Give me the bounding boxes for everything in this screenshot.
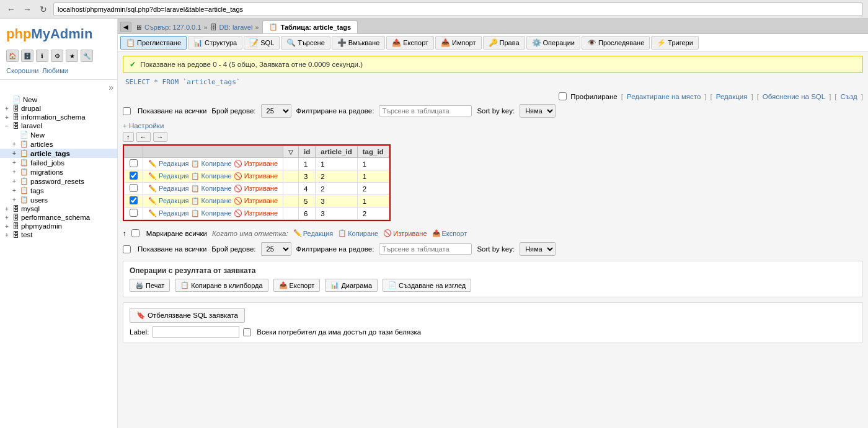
tab-prev-btn[interactable]: ◀ <box>120 22 131 32</box>
tree-item-phpmyadmin[interactable]: + 🗄 phpmyadmin <box>0 222 117 230</box>
arrow-right-btn[interactable]: → <box>153 132 167 142</box>
explain-sql-link[interactable]: Обяснение на SQL <box>763 93 825 100</box>
edit-row-link[interactable]: ✏️ Редакция <box>148 197 189 205</box>
nav-sql[interactable]: 📝 SQL <box>244 36 280 50</box>
nav-operations[interactable]: ⚙️ Операции <box>526 36 580 50</box>
tree-item-password-resets[interactable]: + 📋 password_resets <box>0 177 117 186</box>
settings-link[interactable]: + Настройки <box>123 122 164 129</box>
nav-import[interactable]: 📥 Импорт <box>435 36 481 50</box>
home-icon-btn[interactable]: 🏠 <box>6 50 19 62</box>
tree-item-tags[interactable]: + 📋 tags <box>0 186 117 195</box>
delete-row-link[interactable]: 🚫 Изтриване <box>234 209 278 217</box>
edit-row-link[interactable]: ✏️ Редакция <box>148 209 189 217</box>
nav-browse[interactable]: 📋 Преглистване <box>120 36 187 50</box>
show-all-checkbox-bottom[interactable] <box>123 245 131 253</box>
col-tag-id-header[interactable]: tag_id <box>357 146 389 158</box>
tree-item-articles[interactable]: + 📋 articles <box>0 139 117 149</box>
create-link[interactable]: Създ <box>841 93 857 100</box>
tree-item-test[interactable]: + 🗄 test <box>0 230 117 239</box>
tree-item-new-root[interactable]: 📄 New <box>0 95 117 104</box>
tree-item-performance-schema[interactable]: + 🗄 performance_schema <box>0 213 117 222</box>
nav-insert[interactable]: ➕ Вмъкване <box>332 36 386 50</box>
row-tag-id-cell: 2 <box>357 183 389 195</box>
reload-button[interactable]: ↻ <box>37 3 50 15</box>
favorites-link[interactable]: Любими <box>42 67 68 74</box>
filter-input[interactable] <box>379 105 472 116</box>
delete-checked-link[interactable]: 🚫 Изтриване <box>383 229 427 237</box>
row-checkbox[interactable] <box>130 209 138 217</box>
tab-article-tags[interactable]: 📋 Таблица: article_tags <box>262 20 358 33</box>
sort-select-bottom[interactable]: Няма <box>520 242 556 256</box>
sort-select[interactable]: Няма <box>520 104 556 118</box>
create-view-btn[interactable]: 📄 Създаване на изглед <box>383 279 471 292</box>
tree-item-users[interactable]: + 📋 users <box>0 195 117 204</box>
copy-row-link[interactable]: 📋 Копиране <box>191 172 232 180</box>
nav-structure[interactable]: 📊 Структура <box>188 36 242 50</box>
sql-query-link[interactable]: SELECT * FROM `article_tags` <box>125 78 240 86</box>
delete-row-link[interactable]: 🚫 Изтриване <box>234 172 278 180</box>
nav-privileges[interactable]: 🔑 Права <box>483 36 525 50</box>
edit-row-link[interactable]: ✏️ Редакция <box>148 160 189 168</box>
print-btn[interactable]: 🖨️ Печат <box>130 279 170 292</box>
edit-checked-link[interactable]: ✏️ Редакция <box>293 229 333 237</box>
nav-triggers[interactable]: ⚡ Тригери <box>651 36 699 50</box>
copy-row-link[interactable]: 📋 Копиране <box>191 197 232 205</box>
row-checkbox[interactable] <box>130 172 138 180</box>
bookmark-label-input[interactable] <box>153 326 239 338</box>
edit-inline-link[interactable]: Редактиране на място <box>627 93 701 100</box>
rows-select-bottom[interactable]: 25 50 100 <box>261 242 291 256</box>
tree-item-information-schema[interactable]: + 🗄 information_schema <box>0 113 117 121</box>
row-checkbox[interactable] <box>130 196 138 204</box>
col-article-id-header[interactable]: article_id <box>316 146 358 158</box>
tree-item-failed-jobs[interactable]: + 📋 failed_jobs <box>0 158 117 167</box>
star-icon-btn[interactable]: ★ <box>66 50 78 62</box>
tree-item-new-child[interactable]: 📄 New <box>0 130 117 139</box>
back-button[interactable]: ← <box>5 3 17 15</box>
delete-row-link[interactable]: 🚫 Изтриване <box>234 197 278 205</box>
recent-link[interactable]: Скорошни <box>6 67 38 74</box>
bookmark-btn[interactable]: 🔖 Отбелязване SQL заявката <box>130 308 245 323</box>
copy-checked-link[interactable]: 📋 Копиране <box>338 229 378 237</box>
arrow-left-btn[interactable]: ← <box>136 132 151 142</box>
check-all-bottom[interactable] <box>131 229 140 237</box>
profiling-checkbox[interactable] <box>559 92 567 100</box>
url-bar[interactable] <box>53 2 863 16</box>
gear-icon-btn[interactable]: 🔧 <box>81 50 93 62</box>
info-icon-btn[interactable]: ℹ <box>36 50 48 62</box>
tree-item-drupal[interactable]: + 🗄 drupal <box>0 104 117 113</box>
copy-row-link[interactable]: 📋 Копиране <box>191 160 232 168</box>
edit-link[interactable]: Редакция <box>716 93 748 100</box>
delete-row-link[interactable]: 🚫 Изтриване <box>234 160 278 168</box>
copy-row-link[interactable]: 📋 Копиране <box>191 209 232 217</box>
row-checkbox[interactable] <box>130 184 138 192</box>
copy-clipboard-btn[interactable]: 📋 Копиране в клипборда <box>175 279 268 292</box>
copy-row-link[interactable]: 📋 Копиране <box>191 185 232 193</box>
settings-icon-btn[interactable]: ⚙ <box>51 50 63 62</box>
tree-item-migrations[interactable]: + 📋 migrations <box>0 167 117 177</box>
rows-select[interactable]: 25 50 100 <box>261 104 291 118</box>
tree-item-article-tags[interactable]: + 📋 article_tags <box>0 149 117 158</box>
delete-row-link[interactable]: 🚫 Изтриване <box>234 185 278 193</box>
collapse-btn[interactable]: » <box>0 81 117 94</box>
col-filter-icon[interactable]: ▽ <box>283 146 299 158</box>
col-id-header[interactable]: id <box>299 146 316 158</box>
nav-tracking[interactable]: 👁️ Проследяване <box>582 36 650 50</box>
row-checkbox[interactable] <box>130 159 138 167</box>
export-checked-link[interactable]: 📤 Експорт <box>432 229 467 237</box>
arrow-up-btn[interactable]: ↑ <box>123 132 134 142</box>
tree-item-mysql[interactable]: + 🗄 mysql <box>0 204 117 213</box>
public-access-checkbox[interactable] <box>243 328 251 336</box>
edit-row-link[interactable]: ✏️ Редакция <box>148 172 189 180</box>
filter-input-bottom[interactable] <box>379 243 472 255</box>
breadcrumb-db[interactable]: DB: laravel <box>219 24 253 31</box>
breadcrumb-server[interactable]: Сървър: 127.0.0.1 <box>144 24 201 31</box>
show-all-checkbox[interactable] <box>123 107 131 115</box>
nav-export[interactable]: 📤 Експорт <box>386 36 434 50</box>
forward-button[interactable]: → <box>21 3 33 15</box>
diagram-btn[interactable]: 📊 Диаграма <box>325 279 378 292</box>
export-btn[interactable]: 📤 Експорт <box>273 279 321 292</box>
db-icon-btn[interactable]: 🗄️ <box>21 50 33 62</box>
nav-search[interactable]: 🔍 Търсене <box>281 36 330 50</box>
edit-row-link[interactable]: ✏️ Редакция <box>148 185 189 193</box>
tree-item-laravel[interactable]: − 🗄 laravel <box>0 121 117 130</box>
